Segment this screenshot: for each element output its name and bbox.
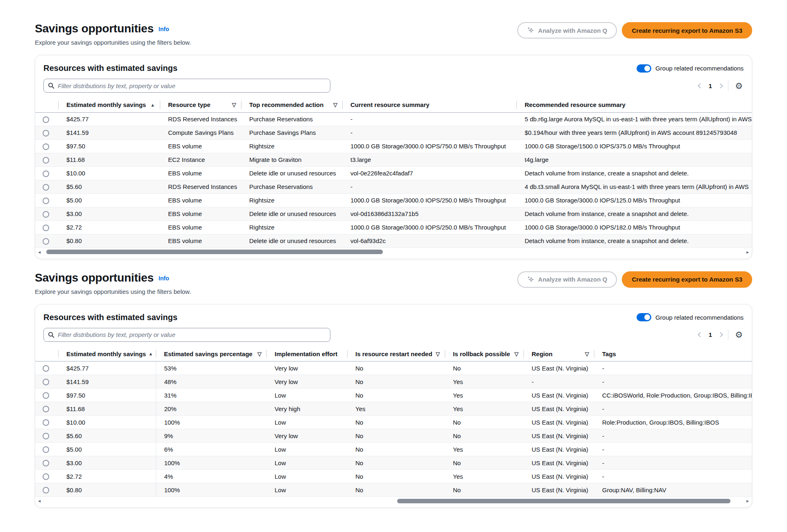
filter-icon[interactable]: ▽ (585, 351, 589, 357)
row-radio-button[interactable] (43, 419, 49, 426)
analyze-with-amazon-q-button[interactable]: Analyze with Amazon Q (517, 271, 617, 288)
table-cell: vol-0d16386d3132a71b5 (342, 207, 516, 221)
sort-ascending-icon[interactable]: ▲ (148, 351, 153, 356)
row-radio-button[interactable] (43, 446, 49, 453)
section-subtitle: Explore your savings opportunities using… (35, 39, 191, 46)
settings-button[interactable]: ⚙ (734, 330, 744, 339)
table-row: $2.72EBS volumeRightsize1000.0 GB Storag… (35, 221, 752, 234)
column-header[interactable]: Region▽ (523, 347, 594, 361)
horizontal-scrollbar-thumb[interactable] (397, 499, 730, 503)
info-link[interactable]: Info (159, 275, 169, 282)
analyze-with-amazon-q-button[interactable]: Analyze with Amazon Q (517, 22, 617, 39)
column-header[interactable]: Is resource restart needed▽ (347, 347, 445, 361)
table-cell: EBS volume (160, 166, 241, 180)
column-header[interactable]: Resource type▽ (160, 98, 241, 112)
filter-icon[interactable]: ▽ (257, 351, 262, 357)
row-radio-button[interactable] (43, 487, 49, 493)
table-cell: - (594, 375, 752, 389)
table-cell: EC2 Instance (160, 153, 241, 166)
scroll-left-button[interactable]: ◂ (37, 498, 42, 503)
table-cell: $11.68 (58, 153, 160, 166)
column-header[interactable]: Implementation effort (266, 347, 347, 361)
filter-input[interactable] (58, 331, 326, 338)
table-cell: $5.60 (58, 429, 156, 443)
table-cell: US East (N. Virginia) (523, 429, 594, 443)
table-cell: US East (N. Virginia) (523, 456, 594, 470)
selection-column-header (35, 98, 58, 112)
column-header-label: Top recommended action (249, 101, 323, 108)
page-number[interactable]: 1 (709, 82, 712, 89)
table-cell: US East (N. Virginia) (523, 483, 594, 497)
sort-ascending-icon[interactable]: ▲ (150, 102, 155, 107)
next-page-button[interactable] (718, 332, 723, 337)
next-page-button[interactable] (718, 83, 723, 89)
table-cell: EBS volume (160, 207, 241, 221)
scroll-right-button[interactable]: ▸ (745, 498, 750, 503)
row-radio-button[interactable] (43, 171, 49, 177)
table-cell: $2.72 (58, 470, 156, 483)
table-cell: $0.194/hour with three years term (AllUp… (516, 126, 752, 139)
table-cell: Very low (266, 361, 347, 375)
column-header[interactable]: Estimated savings percentage▽ (156, 347, 266, 361)
row-radio-button[interactable] (43, 211, 49, 218)
table-cell: - (523, 375, 594, 389)
column-header[interactable]: Tags (594, 347, 752, 361)
column-header[interactable]: Estimated monthly savings▲ (58, 98, 160, 112)
group-recommendations-toggle[interactable] (637, 313, 651, 321)
column-header[interactable]: Current resource summary (342, 98, 516, 112)
column-header[interactable]: Is rollback possible▽ (445, 347, 523, 361)
create-recurring-export-button[interactable]: Create recurring export to Amazon S3 (622, 22, 752, 39)
row-radio-button[interactable] (43, 433, 49, 439)
filter-input[interactable] (58, 82, 326, 89)
page-number[interactable]: 1 (709, 331, 712, 338)
table-cell: $11.68 (58, 402, 156, 416)
info-link[interactable]: Info (159, 26, 169, 32)
table-cell: vol-6af93d2c (342, 234, 516, 248)
section-subtitle: Explore your savings opportunities using… (35, 288, 191, 295)
filter-icon[interactable]: ▽ (436, 351, 440, 357)
row-radio-button[interactable] (43, 130, 49, 136)
row-radio-button[interactable] (43, 365, 49, 372)
previous-page-button[interactable] (698, 83, 703, 89)
row-radio-button[interactable] (43, 225, 49, 231)
scroll-left-button[interactable]: ◂ (37, 250, 42, 255)
table-cell: Purchase Savings Plans (241, 126, 342, 139)
group-recommendations-toggle[interactable] (637, 64, 651, 73)
row-radio-button[interactable] (43, 392, 49, 399)
sparkle-icon (527, 276, 535, 283)
row-radio-button[interactable] (43, 116, 49, 123)
table-cell: No (347, 483, 445, 497)
filter-icon[interactable]: ▽ (514, 351, 519, 357)
table-cell: No (347, 443, 445, 456)
table-cell: $425.77 (58, 112, 160, 126)
column-header[interactable]: Recommended resource summary (516, 98, 752, 112)
horizontal-scrollbar-thumb[interactable] (46, 250, 383, 254)
row-radio-button[interactable] (43, 143, 49, 150)
row-radio-button[interactable] (43, 379, 49, 385)
row-radio-button[interactable] (43, 198, 49, 204)
create-recurring-export-button[interactable]: Create recurring export to Amazon S3 (622, 271, 752, 288)
row-radio-button[interactable] (43, 406, 49, 412)
row-radio-button[interactable] (43, 238, 49, 245)
table-cell: Low (266, 416, 347, 429)
column-header[interactable]: Estimated monthly savings▲ (58, 347, 156, 361)
row-radio-button[interactable] (43, 184, 49, 191)
toolbar-divider (728, 80, 728, 91)
table-cell: No (347, 389, 445, 402)
filter-icon[interactable]: ▽ (232, 102, 236, 108)
row-radio-button[interactable] (43, 157, 49, 164)
selection-column-header (35, 347, 58, 361)
table-container: Estimated monthly savings▲Resource type▽… (35, 98, 752, 248)
filter-icon[interactable]: ▽ (333, 102, 337, 108)
scroll-right-button[interactable]: ▸ (745, 250, 750, 255)
table-cell: No (347, 456, 445, 470)
table-cell: No (347, 361, 445, 375)
settings-button[interactable]: ⚙ (734, 82, 744, 90)
row-radio-button[interactable] (43, 460, 49, 466)
column-header[interactable]: Top recommended action▽ (241, 98, 342, 112)
table-cell: $3.00 (58, 456, 156, 470)
row-radio-button[interactable] (43, 473, 49, 480)
table-cell: No (445, 361, 523, 375)
previous-page-button[interactable] (698, 332, 703, 337)
table-row: $5.609%Very lowNoNoUS East (N. Virginia)… (35, 429, 752, 443)
